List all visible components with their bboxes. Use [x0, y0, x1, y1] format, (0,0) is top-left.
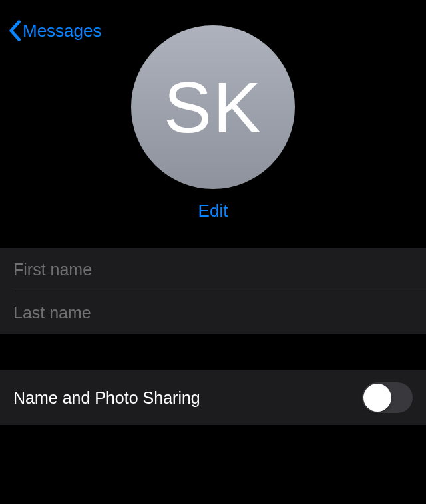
avatar-initials: SK: [164, 66, 262, 149]
edit-button[interactable]: Edit: [198, 201, 228, 221]
first-name-input[interactable]: [13, 260, 413, 279]
avatar[interactable]: SK: [131, 25, 295, 189]
first-name-row: [0, 248, 426, 291]
last-name-input[interactable]: [13, 303, 413, 322]
back-button[interactable]: Messages: [8, 20, 102, 41]
chevron-left-icon: [8, 20, 21, 41]
nav-header: Messages: [0, 9, 110, 47]
name-input-group: [0, 248, 426, 334]
toggle-knob: [363, 384, 391, 412]
last-name-row: [0, 291, 426, 334]
sharing-toggle[interactable]: [362, 382, 413, 413]
back-label: Messages: [23, 21, 102, 41]
sharing-row: Name and Photo Sharing: [0, 370, 426, 425]
sharing-toggle-group: Name and Photo Sharing: [0, 370, 426, 425]
sharing-label: Name and Photo Sharing: [13, 388, 200, 408]
